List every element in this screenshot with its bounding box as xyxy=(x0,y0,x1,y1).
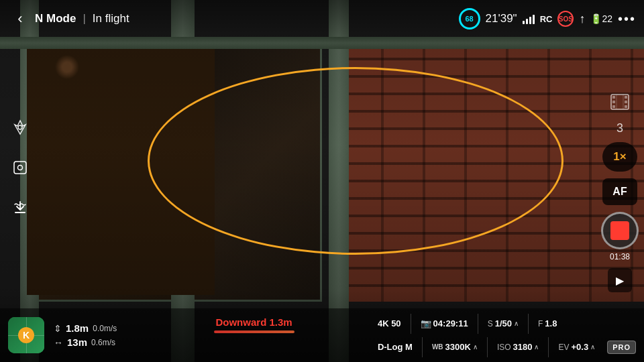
top-bar: ‹ N Mode | In flight 68 21'39" RC SOS ↑ … xyxy=(0,0,644,38)
svg-rect-6 xyxy=(612,105,615,108)
battery-ring: 68 xyxy=(459,8,480,29)
signal-bar-3 xyxy=(529,17,531,24)
shutter-super: ∧ xyxy=(514,320,519,327)
signal-bars xyxy=(523,13,535,24)
signal-bar-1 xyxy=(523,21,525,24)
pro-badge[interactable]: PRO xyxy=(607,341,636,354)
wb-value: 3300K xyxy=(445,342,471,352)
record-group: 01:38 xyxy=(601,212,639,261)
focus-target-button[interactable] xyxy=(7,154,34,181)
right-controls: 3 1× AF 01:38 ▶ xyxy=(601,94,639,292)
bottom-bar: K ⇕ 1.8m 0.0m/s ↔ 13m 0.6m/s Downward 1.… xyxy=(0,308,644,362)
altitude-row: ⇕ 1.8m 0.0m/s xyxy=(54,322,117,334)
resolution-value: 4K 50 xyxy=(378,318,401,328)
pro-badge-wrapper: PRO xyxy=(607,342,636,352)
iso-label: ISO xyxy=(497,343,511,352)
shutter-item: S 1/50 ∧ xyxy=(488,318,519,328)
autofocus-button[interactable]: AF xyxy=(602,178,637,205)
storage-icon: 📷 xyxy=(421,318,431,328)
aperture-label: F xyxy=(538,319,543,328)
rc-label: RC xyxy=(540,14,553,24)
horizontal-row: ↔ 13m 0.6m/s xyxy=(54,337,117,348)
map-k-marker: K xyxy=(18,327,34,343)
mode-label: N Mode xyxy=(35,12,76,25)
zoom-3-label: 3 xyxy=(616,121,623,135)
divider-4 xyxy=(422,337,423,357)
return-to-home-icon[interactable]: ↑ xyxy=(579,12,585,26)
storage-item: 📷 04:29:11 xyxy=(421,318,468,328)
telemetry-right: 4K 50 📷 04:29:11 S 1/50 ∧ F 1.8 xyxy=(378,314,636,357)
log-mode-item: D-Log M xyxy=(378,342,413,352)
waypoint-button[interactable] xyxy=(7,114,34,141)
svg-rect-9 xyxy=(625,105,627,108)
ev-label: EV xyxy=(558,343,569,352)
ev-super: ∧ xyxy=(590,343,595,351)
zoom-1x-button[interactable]: 1× xyxy=(602,142,637,172)
aperture-value: 1.8 xyxy=(545,318,557,328)
top-right-controls: 68 21'39" RC SOS ↑ 🔋22 ••• xyxy=(459,8,636,29)
separator: | xyxy=(83,12,85,25)
back-button[interactable]: ‹ xyxy=(8,7,32,31)
divider-3 xyxy=(528,314,529,334)
record-inner xyxy=(610,221,629,240)
playback-button[interactable]: ▶ xyxy=(608,268,632,292)
sos-icon[interactable]: SOS xyxy=(557,11,574,27)
downward-warning: Downward 1.3m xyxy=(215,316,292,328)
flight-status: In flight xyxy=(93,12,129,25)
map-widget[interactable]: K xyxy=(8,317,44,353)
telemetry-left: ⇕ 1.8m 0.0m/s ↔ 13m 0.6m/s xyxy=(54,322,117,348)
warning-bar xyxy=(214,330,294,333)
ev-item: EV +0.3 ∧ xyxy=(558,342,595,352)
iso-super: ∧ xyxy=(534,343,539,351)
divider-1 xyxy=(411,314,411,334)
horizontal-speed: 0.6m/s xyxy=(91,338,115,347)
ev-value: +0.3 xyxy=(571,342,588,352)
left-controls xyxy=(7,114,34,221)
signal-bar-4 xyxy=(533,15,535,24)
iso-item: ISO 3180 ∧ xyxy=(497,342,539,352)
svg-rect-7 xyxy=(625,96,627,99)
horizontal-icon: ↔ xyxy=(54,337,63,348)
record-button[interactable] xyxy=(601,212,639,249)
aperture-item: F 1.8 xyxy=(538,318,557,328)
wb-label: WB xyxy=(432,343,443,351)
horizontal-value: 13m xyxy=(67,337,87,348)
more-options-button[interactable]: ••• xyxy=(618,11,636,27)
wb-item: WB 3300K ∧ xyxy=(432,342,478,352)
svg-point-0 xyxy=(18,125,22,129)
battery-remaining: 🔋22 xyxy=(590,13,612,24)
warning-area: Downward 1.3m xyxy=(130,316,378,333)
record-time: 01:38 xyxy=(610,252,630,261)
shutter-label: S xyxy=(488,319,493,328)
altitude-speed: 0.0m/s xyxy=(93,324,117,333)
remaining-time: 04:29:11 xyxy=(433,318,468,328)
divider-6 xyxy=(548,337,549,357)
wb-super: ∧ xyxy=(473,343,478,351)
altitude-value: 1.8m xyxy=(66,322,89,334)
divider-5 xyxy=(487,337,488,357)
svg-rect-8 xyxy=(625,101,627,103)
telem-bottom-row: D-Log M WB 3300K ∧ ISO 3180 ∧ EV +0.3 xyxy=(378,337,636,357)
divider-2 xyxy=(478,314,478,334)
landing-button[interactable] xyxy=(7,194,34,221)
telem-top-row: 4K 50 📷 04:29:11 S 1/50 ∧ F 1.8 xyxy=(378,314,636,334)
svg-point-2 xyxy=(18,166,23,170)
svg-rect-5 xyxy=(612,101,615,103)
resolution-item: 4K 50 xyxy=(378,318,401,328)
flight-time: 21'39" xyxy=(486,12,517,25)
signal-bar-2 xyxy=(526,19,528,24)
shutter-value: 1/50 xyxy=(495,318,512,328)
iso-value: 3180 xyxy=(513,342,533,352)
film-icon[interactable] xyxy=(610,94,629,115)
svg-rect-4 xyxy=(612,96,615,99)
altitude-icon: ⇕ xyxy=(54,323,62,334)
log-mode-value: D-Log M xyxy=(378,342,413,352)
